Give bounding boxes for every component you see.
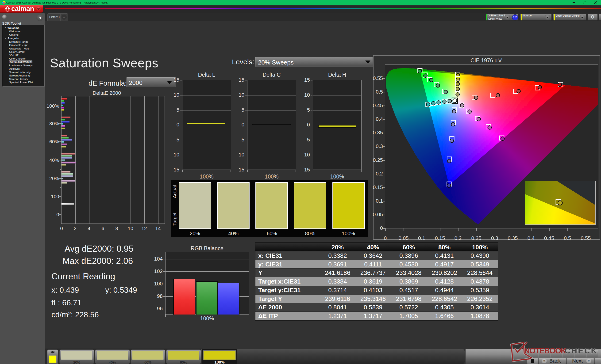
svg-text:NOTEBOOK: NOTEBOOK [524, 346, 567, 355]
svg-text:CHECK: CHECK [565, 346, 598, 355]
